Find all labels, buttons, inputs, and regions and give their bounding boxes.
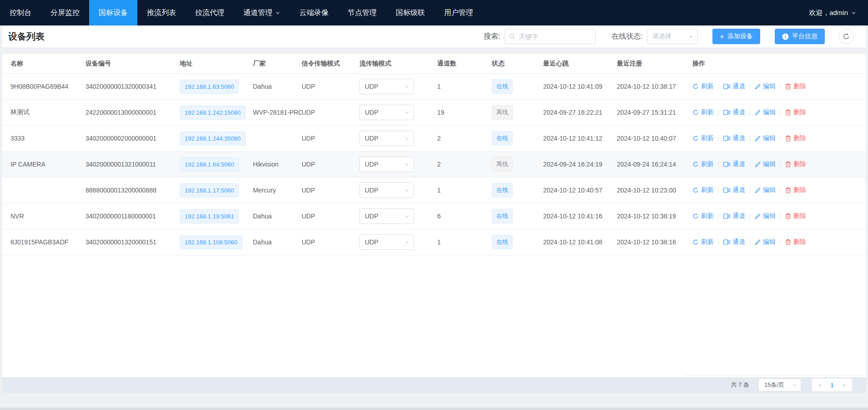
edit-icon [755,136,761,142]
stream-mode-select[interactable]: UDP [359,157,414,172]
manufacturer-cell: Mercury [253,187,302,194]
refresh-icon [692,135,699,142]
refresh-action-button[interactable]: 刷新 [692,82,714,91]
stream-mode-select[interactable]: UDP [359,105,414,120]
edit-action-button[interactable]: 编辑 [755,108,776,116]
refresh-list-button[interactable] [838,29,854,44]
channel-action-button[interactable]: 通道 [723,108,745,116]
address-tag[interactable]: 192.168.1.244:35060 [180,132,246,146]
nav-item-gb-cascade[interactable]: 国标级联 [386,0,434,25]
heartbeat-cell: 2024-10-12 10:40:57 [543,187,617,194]
register-time-cell: 2024-09-27 15:31:21 [617,109,692,116]
stream-mode-select[interactable]: UDP [359,234,414,250]
address-tag[interactable]: 192.168.1.64:5060 [180,157,239,172]
device-id-cell: 88880000013200000888 [86,187,180,194]
welcome-text: 欢迎，admin [809,9,848,17]
plus-icon: + [720,33,724,40]
chevron-down-icon [851,10,856,15]
status-tag: 在线 [492,235,513,249]
delete-action-button[interactable]: 删除 [785,238,806,246]
platform-info-button[interactable]: 平台信息 [775,29,825,44]
nav-item-channel-management[interactable]: 通道管理 [234,0,290,25]
page-number[interactable]: 1 [830,382,833,389]
edit-action-button[interactable]: 编辑 [755,82,776,91]
address-tag[interactable]: 192.168.1.17:5060 [180,183,239,197]
nav-item-user-management[interactable]: 用户管理 [434,0,483,25]
refresh-action-button[interactable]: 刷新 [692,108,714,116]
table-row: 3333 34020000002000000001 192.168.1.244:… [2,126,866,152]
signal-mode-cell: UDP [302,109,359,116]
edit-icon [755,187,761,193]
delete-action-button[interactable]: 删除 [785,186,806,194]
stream-mode-select[interactable]: UDP [359,79,414,94]
online-status-select[interactable]: 请选择 [647,29,698,44]
address-tag[interactable]: 192.168.1.63:5060 [180,80,239,94]
action-divider [718,187,719,193]
nav-item-split-screen[interactable]: 分屏监控 [41,0,89,25]
edit-action-button[interactable]: 编辑 [755,238,776,246]
address-tag[interactable]: 192.168.1.108:5060 [180,235,242,249]
stream-mode-select[interactable]: UDP [359,131,414,146]
refresh-action-button[interactable]: 刷新 [692,160,714,168]
edit-action-button[interactable]: 编辑 [755,160,776,168]
channel-action-button[interactable]: 通道 [723,238,745,246]
column-header-name: 名称 [10,60,86,68]
stream-mode-select[interactable]: UDP [359,182,414,198]
refresh-action-button[interactable]: 刷新 [692,134,714,142]
fixed-column-border [685,375,866,375]
column-header-register: 最近注册 [617,60,692,68]
chevron-down-icon [404,188,409,193]
channel-action-button[interactable]: 通道 [723,212,745,220]
status-tag: 在线 [492,79,513,94]
add-device-button[interactable]: + 添加设备 [712,29,760,44]
refresh-action-button[interactable]: 刷新 [692,238,714,246]
refresh-action-button[interactable]: 刷新 [692,186,714,194]
refresh-action-button[interactable]: 刷新 [692,212,714,220]
channel-action-button[interactable]: 通道 [723,160,745,168]
device-id-cell: 34020000001321000011 [86,161,180,168]
pagination-bar: 共 7 条 15条/页 1 [2,377,866,393]
action-divider [718,136,719,142]
delete-action-button[interactable]: 删除 [785,82,806,91]
edit-action-button[interactable]: 编辑 [755,134,776,142]
edit-action-button[interactable]: 编辑 [755,186,776,194]
delete-action-button[interactable]: 删除 [785,108,806,116]
channel-icon [723,162,730,167]
search-input[interactable] [505,29,595,44]
page-size-select[interactable]: 15条/页 [758,379,801,391]
register-time-cell: 2024-10-12 10:38:16 [617,238,692,246]
nav-item-push-stream-list[interactable]: 推流列表 [137,0,186,25]
address-tag[interactable]: 192.168.1.19:5061 [180,209,239,223]
column-header-manufacturer: 厂家 [253,60,302,68]
nav-item-node-management[interactable]: 节点管理 [338,0,386,25]
prev-page-button[interactable] [818,383,823,388]
channel-action-button[interactable]: 通道 [723,186,745,194]
device-id-cell: 34020000002000000001 [86,135,180,142]
delete-icon [785,83,791,90]
register-time-cell: 2024-10-12 10:40:07 [617,135,692,142]
status-tag: 离线 [492,105,513,120]
address-tag[interactable]: 192.168.1.242:15060 [180,106,246,120]
nav-item-cloud-recording[interactable]: 云端录像 [290,0,338,25]
chevron-down-icon [275,10,280,15]
nav-item-console[interactable]: 控制台 [0,0,41,25]
delete-icon [785,109,791,116]
chevron-down-icon [404,136,409,141]
status-tag: 在线 [492,131,513,146]
edit-action-button[interactable]: 编辑 [755,212,776,220]
stream-mode-select[interactable]: UDP [359,208,414,224]
nav-item-gb-devices[interactable]: 国标设备 [89,0,137,25]
search-label: 搜索: [484,32,500,41]
table-body: 9H08B00PAG69B44 34020000001320000341 192… [2,74,866,255]
channel-action-button[interactable]: 通道 [723,82,745,91]
nav-item-pull-stream-proxy[interactable]: 拉流代理 [186,0,234,25]
channel-icon [723,84,730,89]
delete-action-button[interactable]: 删除 [785,134,806,142]
register-time-cell: 2024-09-24 16:24:14 [617,161,692,168]
edit-icon [755,162,761,167]
delete-action-button[interactable]: 删除 [785,160,806,168]
channel-action-button[interactable]: 通道 [723,134,745,142]
user-menu[interactable]: 欢迎，admin [809,0,868,25]
delete-action-button[interactable]: 删除 [785,212,806,220]
next-page-button[interactable] [842,383,847,388]
